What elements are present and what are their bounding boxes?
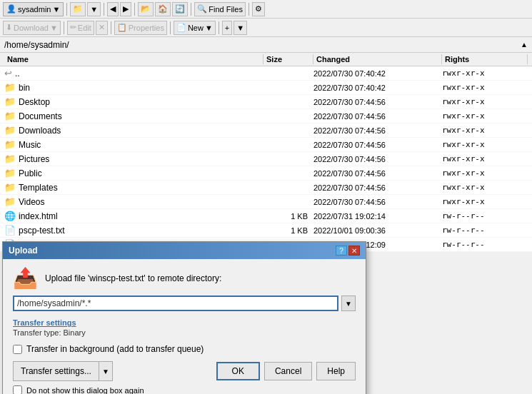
dialog-help-title-btn[interactable]: ? — [336, 246, 347, 256]
table-row[interactable]: 📁 Videos 2022/07/30 07:44:56 rwxr-xr-x — [0, 195, 532, 209]
file-date: 2022/07/30 07:44:56 — [313, 169, 442, 178]
col-size[interactable]: Size — [264, 54, 313, 64]
dropdown-arrow: ▼ — [52, 5, 60, 14]
new-icon: 📄 — [176, 23, 186, 32]
table-row[interactable]: ↩ .. 2022/07/30 07:40:42 rwxr-xr-x — [0, 66, 532, 81]
file-rights: rwxr-xr-x — [442, 183, 528, 192]
toolbar-bottom: ⬇ Download ▼ ✏ Edit ✕ 📋 Properties 📄 New… — [0, 19, 532, 37]
cmd-btn[interactable]: ⚙ — [252, 2, 265, 16]
view-filter-btn[interactable]: ▼ — [234, 21, 247, 35]
home-btn[interactable]: 🏠 — [155, 2, 171, 16]
ok-button[interactable]: OK — [216, 362, 260, 380]
table-row[interactable]: 📁 Documents 2022/07/30 07:44:56 rwxr-xr-… — [0, 109, 532, 123]
file-name: 📁 Templates — [4, 182, 264, 193]
settings-arrow-btn[interactable]: ▼ — [99, 362, 112, 380]
file-rights: rwxr-xr-x — [442, 126, 528, 135]
table-row[interactable]: 📁 Downloads 2022/07/30 07:44:56 rwxr-xr-… — [0, 123, 532, 138]
file-name: 📁 Pictures — [4, 153, 264, 164]
col-name[interactable]: Name — [4, 54, 264, 64]
table-row[interactable]: 📁 Desktop 2022/07/30 07:44:56 rwxr-xr-x — [0, 95, 532, 109]
folder-icon: 📁 — [73, 4, 83, 14]
file-name-text: Downloads — [19, 126, 61, 136]
user-icon: 👤 — [6, 4, 16, 14]
help-button[interactable]: Help — [316, 362, 356, 380]
file-date: 2022/07/30 07:44:56 — [313, 141, 442, 149]
dialog-buttons-row: Transfer settings... ▼ OK Cancel Help — [13, 361, 356, 381]
download-arrow: ▼ — [50, 24, 58, 32]
user-dropdown[interactable]: 👤 sysadmin ▼ — [3, 2, 64, 16]
file-rights: rw-r--r-- — [442, 226, 528, 235]
sep5 — [249, 3, 249, 16]
file-rights: rw-r--r-- — [442, 240, 528, 249]
file-rights: rwxr-xr-x — [442, 69, 528, 78]
file-name: 📄 pscp-test.txt — [4, 225, 264, 236]
file-rights: rwxr-xr-x — [442, 97, 528, 106]
properties-btn[interactable]: 📋 Properties — [114, 21, 167, 35]
sort-arrow: ▲ — [521, 41, 528, 49]
file-name-text: pscp-test.txt — [19, 226, 65, 236]
file-rights: rwxr-xr-x — [442, 140, 528, 149]
cancel-button[interactable]: Cancel — [264, 362, 312, 380]
table-row[interactable]: 📁 Music 2022/07/30 07:44:56 rwxr-xr-x — [0, 138, 532, 152]
file-name: 📁 Videos — [4, 196, 264, 207]
upload-icon: 📤 — [13, 266, 38, 290]
refresh-btn[interactable]: 🔄 — [172, 2, 188, 16]
file-rights: rwxr-xr-x — [442, 111, 528, 121]
table-row[interactable]: 📄 pscp-test.txt 1 KB 2022/10/01 09:00:36… — [0, 223, 532, 238]
folder-open-btn[interactable]: 📁 — [70, 2, 86, 16]
dialog-close-btn[interactable]: ✕ — [348, 246, 360, 256]
filter-icon: ▼ — [90, 5, 98, 14]
dialog-titlebar-buttons: ? ✕ — [336, 246, 360, 256]
file-name-text: Documents — [19, 111, 62, 121]
table-row[interactable]: 📁 bin 2022/07/30 07:40:42 rwxr-xr-x — [0, 81, 532, 95]
delete-btn[interactable]: ✕ — [96, 21, 108, 35]
table-row[interactable]: 🌐 index.html 1 KB 2022/07/31 19:02:14 rw… — [0, 209, 532, 223]
do-not-show-checkbox[interactable] — [13, 385, 22, 394]
file-date: 2022/07/30 07:44:56 — [313, 98, 442, 106]
dialog-body: 📤 Upload file 'winscp-test.txt' to remot… — [3, 259, 366, 394]
background-transfer-label: Transfer in background (add to transfer … — [26, 344, 204, 354]
file-date: 2022/07/30 07:44:56 — [313, 155, 442, 163]
background-transfer-checkbox[interactable] — [13, 345, 22, 354]
download-icon: ⬇ — [6, 23, 12, 32]
settings-btn-group: Transfer settings... ▼ — [13, 361, 113, 381]
download-btn[interactable]: ⬇ Download ▼ — [3, 21, 61, 35]
file-name-text: Templates — [19, 183, 58, 193]
sep2 — [104, 3, 104, 16]
col-rights[interactable]: Rights — [442, 54, 528, 64]
sep3 — [134, 3, 135, 16]
path-input[interactable] — [13, 296, 338, 311]
sep8 — [170, 21, 171, 34]
table-row[interactable]: 📁 Public 2022/07/30 07:44:56 rwxr-xr-x — [0, 166, 532, 181]
filter-btn[interactable]: ▼ — [87, 2, 101, 16]
file-rows-container: ↩ .. 2022/07/30 07:40:42 rwxr-xr-x 📁 bin… — [0, 66, 532, 252]
file-name-text: index.html — [19, 211, 58, 221]
sep9 — [219, 21, 219, 34]
file-date: 2022/07/30 07:40:42 — [313, 69, 442, 78]
new-btn[interactable]: 📄 New ▼ — [174, 21, 216, 35]
file-name: 🌐 index.html — [4, 211, 264, 221]
find-files-btn[interactable]: 🔍 Find Files — [194, 2, 246, 16]
file-size: 1 KB — [264, 226, 313, 235]
path-input-row: ▼ — [13, 296, 356, 311]
transfer-settings-btn[interactable]: Transfer settings... — [14, 362, 99, 380]
dialog-description-text: Upload file 'winscp-test.txt' to remote … — [45, 273, 221, 283]
transfer-type-label: Transfer type: Binary — [13, 328, 356, 337]
transfer-settings-link[interactable]: Transfer settings — [13, 318, 356, 327]
path-text: /home/sysadmin/ — [4, 40, 69, 50]
col-changed[interactable]: Changed — [313, 54, 442, 64]
file-rights: rwxr-xr-x — [442, 197, 528, 206]
file-name-text: Public — [19, 168, 42, 178]
add-btn[interactable]: + — [222, 21, 232, 35]
table-row[interactable]: 📁 Templates 2022/07/30 07:44:56 rwxr-xr-… — [0, 181, 532, 195]
file-date: 2022/10/01 09:00:36 — [313, 226, 442, 235]
edit-btn[interactable]: ✏ Edit — [67, 21, 94, 35]
file-date: 2022/07/31 19:02:14 — [313, 212, 442, 221]
file-name: 📁 Desktop — [4, 96, 264, 107]
forward-btn[interactable]: ▶ — [120, 2, 131, 16]
table-row[interactable]: 📁 Pictures 2022/07/30 07:44:56 rwxr-xr-x — [0, 152, 532, 166]
folder-nav-btn[interactable]: 📂 — [138, 2, 154, 16]
back-btn[interactable]: ◀ — [107, 2, 119, 16]
find-icon: 🔍 — [197, 4, 207, 14]
path-dropdown-btn[interactable]: ▼ — [341, 296, 356, 311]
